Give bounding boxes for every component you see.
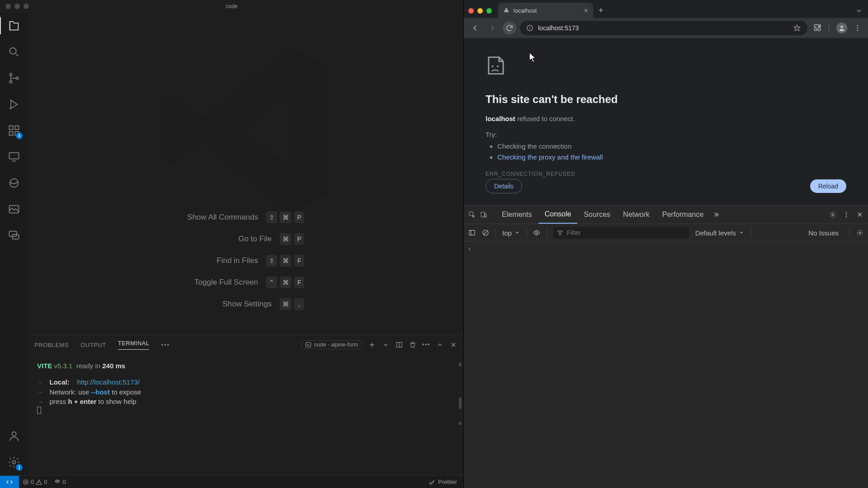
log-levels-dropdown[interactable]: Default levels [695, 229, 744, 237]
tab-problems[interactable]: PROBLEMS [34, 342, 69, 348]
run-icon[interactable] [6, 97, 22, 112]
zoom-dot[interactable] [24, 4, 29, 9]
source-control-icon[interactable] [6, 70, 22, 86]
svg-rect-6 [15, 126, 19, 130]
shortcut-row: Toggle Full Screen⌃⌘F [187, 277, 304, 288]
error-code: ERR_CONNECTION_REFUSED [486, 171, 846, 177]
keycap: ⌘ [280, 233, 292, 245]
error-title: This site can't be reached [486, 93, 846, 106]
remote-explorer-icon[interactable] [6, 149, 22, 164]
close-tab-icon[interactable]: ✕ [584, 7, 589, 14]
device-toolbar-icon[interactable] [480, 211, 487, 218]
minimize-window-icon[interactable] [477, 8, 483, 14]
devtools-tab-network[interactable]: Network [617, 206, 656, 224]
search-icon[interactable] [6, 44, 22, 60]
media-icon[interactable] [6, 202, 22, 217]
error-suggestion: Checking the connection [497, 141, 846, 152]
edge-icon[interactable] [6, 175, 22, 191]
toggle-sidebar-icon[interactable] [468, 229, 476, 236]
console-settings-icon[interactable] [856, 229, 863, 236]
account-icon[interactable] [6, 428, 22, 444]
minimize-dot[interactable] [14, 4, 20, 9]
console-filter[interactable] [553, 227, 689, 239]
terminal-output[interactable]: VITE v5.3.1 ready in 240 ms → Local: htt… [28, 354, 463, 475]
extensions-badge: 4 [16, 132, 23, 139]
reload-page-button[interactable]: Reload [810, 179, 846, 193]
fullscreen-window-icon[interactable] [486, 8, 492, 14]
svg-point-32 [846, 214, 847, 215]
split-terminal-icon[interactable] [396, 341, 403, 348]
trash-icon[interactable] [409, 341, 416, 348]
devtools-tab-sources[interactable]: Sources [577, 206, 617, 224]
error-page: This site can't be reached localhost ref… [464, 38, 868, 205]
bookmark-star-icon[interactable] [793, 24, 801, 32]
vscode-titlebar: code [0, 0, 463, 13]
devtools-settings-icon[interactable] [829, 211, 836, 218]
status-problems[interactable]: 0 0 [19, 479, 51, 485]
terminal-more-icon[interactable]: ••• [423, 341, 430, 348]
close-dot[interactable] [5, 4, 11, 9]
profile-avatar[interactable] [836, 23, 847, 33]
tab-terminal[interactable]: TERMINAL [118, 340, 150, 350]
tab-output[interactable]: OUTPUT [80, 342, 106, 348]
devtools-tab-performance[interactable]: Performance [656, 206, 710, 224]
devtools-more-tabs-icon[interactable] [712, 211, 720, 218]
forward-button[interactable] [486, 21, 499, 35]
close-window-icon[interactable] [468, 8, 474, 14]
devtools-tabs: Elements Console Sources Network Perform… [464, 206, 868, 224]
svg-rect-9 [9, 153, 19, 159]
browser-tab[interactable]: localhost ✕ [498, 3, 593, 18]
details-button[interactable]: Details [486, 179, 522, 193]
close-panel-icon[interactable] [450, 341, 457, 348]
keycap: ⌘ [280, 255, 292, 267]
new-tab-button[interactable]: + [593, 6, 609, 18]
svg-point-37 [859, 232, 861, 234]
panel-overflow-icon[interactable]: ••• [161, 342, 170, 348]
inspect-element-icon[interactable] [468, 211, 476, 218]
svg-point-24 [857, 30, 859, 31]
comments-icon[interactable] [6, 228, 22, 243]
vscode-window-controls[interactable] [5, 4, 29, 9]
chrome-menu-icon[interactable] [854, 24, 862, 32]
terminal-dropdown-icon[interactable] [382, 341, 389, 348]
console-body[interactable]: › [464, 242, 868, 488]
shortcut-row: Show Settings⌘, [187, 298, 304, 310]
console-context[interactable]: top [502, 229, 520, 237]
explorer-icon[interactable] [6, 18, 22, 33]
devtools-close-icon[interactable] [856, 211, 863, 218]
shortcut-label: Show All Commands [187, 213, 258, 222]
site-info-icon[interactable] [526, 24, 533, 32]
svg-rect-34 [469, 230, 475, 235]
settings-gear-icon[interactable]: 1 [6, 455, 22, 470]
devtools-tab-elements[interactable]: Elements [495, 206, 538, 224]
devtools-tab-console[interactable]: Console [538, 206, 578, 224]
shortcut-row: Show All Commands⇧⌘P [187, 211, 304, 223]
svg-point-3 [16, 77, 18, 79]
live-expression-icon[interactable] [533, 229, 540, 236]
maximize-panel-icon[interactable] [436, 341, 443, 348]
chrome-window-controls[interactable] [468, 8, 492, 14]
prettier-check-icon [428, 479, 435, 486]
terminal-process-badge[interactable]: node - alpine-form [301, 340, 362, 349]
error-suggestion-link[interactable]: Checking the proxy and the firewall [497, 152, 846, 163]
keycap: P [294, 233, 304, 245]
status-ports[interactable]: 0 [51, 479, 69, 485]
devtools-menu-icon[interactable] [843, 211, 850, 218]
terminal-scrollbar[interactable] [455, 354, 462, 475]
tabs-dropdown-icon[interactable] [855, 7, 863, 14]
keycap: ⇧ [266, 211, 277, 223]
svg-point-36 [536, 232, 538, 234]
back-button[interactable] [468, 21, 482, 35]
extensions-icon[interactable]: 4 [6, 123, 22, 138]
status-prettier[interactable]: Prettier [438, 479, 457, 485]
svg-point-33 [846, 216, 847, 217]
address-bar[interactable]: localhost:5173 [520, 21, 807, 35]
new-terminal-icon[interactable] [368, 341, 376, 348]
reload-button[interactable] [503, 21, 516, 35]
remote-indicator[interactable] [0, 476, 19, 488]
no-issues-label[interactable]: No Issues [808, 229, 839, 237]
console-filter-input[interactable] [567, 229, 685, 236]
chrome-toolbar: localhost:5173 | [464, 18, 868, 38]
clear-console-icon[interactable] [482, 229, 489, 236]
extensions-puzzle-icon[interactable] [813, 23, 822, 33]
